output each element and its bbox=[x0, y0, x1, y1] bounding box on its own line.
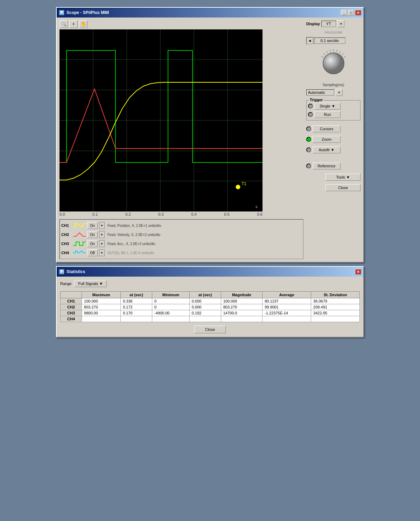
zoom-tool-btn[interactable]: 🔍 bbox=[59, 20, 68, 28]
run-btn[interactable]: Run bbox=[314, 111, 341, 118]
scope-window-content: 🔍 + ✋ bbox=[57, 18, 363, 262]
reference-btn[interactable]: Reference bbox=[313, 162, 341, 169]
channel-row-ch1: CH1 On ▼ Feed. Position, X, 2.0E+1 units… bbox=[61, 221, 302, 230]
svg-line-16 bbox=[330, 50, 330, 52]
stats-close-btn[interactable]: ✕ bbox=[355, 269, 361, 275]
stats-close-panel-btn[interactable]: Close bbox=[194, 326, 226, 333]
cursors-btn[interactable]: Cursors bbox=[313, 125, 341, 132]
ch1-std: 36.0679 bbox=[311, 298, 360, 304]
stats-title-buttons: ✕ bbox=[355, 269, 361, 275]
stats-table: Maximum at (sec) Minimum at (sec) Magnit… bbox=[60, 291, 360, 322]
ch2-description: Feed. Velocity, X, 2.0E+2 units/div bbox=[106, 233, 302, 237]
range-btn[interactable]: Full Signals ▼ bbox=[74, 280, 107, 287]
ch1-arrow-btn[interactable]: ▼ bbox=[99, 222, 105, 229]
svg-line-18 bbox=[336, 50, 337, 52]
ch2-arrow-btn[interactable]: ▼ bbox=[99, 231, 105, 238]
time-left-btn[interactable]: ◄ bbox=[306, 37, 313, 44]
stats-close-row: Close bbox=[60, 326, 360, 333]
ch1-onoff-btn[interactable]: On bbox=[87, 222, 98, 229]
ch3-label: CH3 bbox=[61, 242, 72, 246]
col-header-mag: Magnitude bbox=[221, 292, 262, 298]
scope-main-panel: 🔍 + ✋ bbox=[59, 20, 303, 259]
ch3-description: Feed. Acc., X, 2.0E+3 units/div bbox=[106, 242, 302, 246]
single-btn[interactable]: Single ▼ bbox=[314, 103, 341, 110]
scope-maximize-btn[interactable]: □ bbox=[348, 10, 354, 15]
display-label: Display bbox=[306, 22, 320, 26]
trigger-single-row: Single ▼ bbox=[308, 102, 359, 110]
ch3-min: -4900.00 bbox=[152, 310, 190, 316]
ch2-at-max: 0.172 bbox=[121, 304, 152, 310]
tools-row: Tools ▼ bbox=[306, 174, 360, 181]
autofit-indicator bbox=[306, 147, 311, 152]
stats-title-left: 📊 Statistics bbox=[59, 269, 85, 275]
table-row: CH1 100.000 0.336 0 0.000 100.000 80.123… bbox=[61, 298, 360, 304]
zoom-indicator bbox=[306, 137, 311, 142]
scope-minimize-btn[interactable]: _ bbox=[341, 10, 347, 15]
tools-btn[interactable]: Tools ▼ bbox=[326, 174, 360, 181]
cursors-row: Cursors bbox=[306, 125, 360, 133]
ch3-onoff-btn[interactable]: On bbox=[87, 240, 98, 247]
trigger-run-row: Run bbox=[308, 110, 359, 119]
ch2-onoff-btn[interactable]: On bbox=[87, 231, 98, 238]
ch2-min: 0 bbox=[152, 304, 190, 310]
run-indicator bbox=[308, 112, 313, 117]
ch4-max bbox=[82, 316, 121, 322]
scope-close-panel-btn[interactable]: Close bbox=[326, 184, 360, 191]
ch4-row-header: CH4 bbox=[61, 316, 82, 322]
display-mode-value: YT bbox=[321, 21, 336, 27]
x-label-1: 0.1 bbox=[92, 212, 98, 216]
stats-title-icon: 📊 bbox=[59, 269, 64, 275]
ch4-avg bbox=[262, 316, 311, 322]
x-label-6: 0.6 bbox=[257, 212, 262, 216]
ch4-arrow-btn[interactable]: ▼ bbox=[99, 249, 105, 256]
ch4-mag bbox=[221, 316, 262, 322]
x-label-0: 0.0 bbox=[59, 212, 65, 216]
ch4-label: CH4 bbox=[61, 251, 72, 255]
col-header-avg: Average bbox=[262, 292, 311, 298]
sampling-dropdown-btn[interactable]: ▼ bbox=[336, 89, 343, 96]
display-mode-row: Display YT ▼ bbox=[306, 20, 360, 27]
ch4-description: OUT(0), Bit 1, 1.0E-6 units/div bbox=[106, 251, 302, 255]
plus-tool-btn[interactable]: + bbox=[69, 20, 78, 28]
close-btn-row: Close bbox=[306, 184, 360, 191]
ch3-arrow-btn[interactable]: ▼ bbox=[99, 240, 105, 247]
ch2-max: 803.270 bbox=[82, 304, 121, 310]
reference-indicator bbox=[306, 164, 311, 168]
channel-row-ch3: CH3 On ▼ Feed. Acc., X, 2.0E+3 units/div bbox=[61, 239, 302, 248]
ch4-onoff-btn[interactable]: Off bbox=[87, 249, 98, 256]
range-label: Range bbox=[60, 282, 71, 286]
reference-row: Reference bbox=[306, 162, 360, 170]
scope-close-btn[interactable]: ✕ bbox=[355, 10, 361, 15]
scope-canvas-container: T1 s 0.0 0.1 0.2 0.3 0.4 0.5 0.6 bbox=[59, 29, 303, 217]
sampling-row: Automatic ▼ bbox=[306, 89, 360, 96]
ch2-avg: 99.9001 bbox=[262, 304, 311, 310]
ch1-row-header: CH1 bbox=[61, 298, 82, 304]
svg-point-22 bbox=[323, 53, 344, 74]
svg-line-20 bbox=[342, 54, 343, 55]
col-header-at-min: at (sec) bbox=[189, 292, 221, 298]
trigger-groupbox: Trigger Single ▼ Run bbox=[306, 100, 360, 120]
autofit-row: Autofit ▼ bbox=[306, 146, 360, 154]
x-label-2: 0.2 bbox=[125, 212, 131, 216]
scope-canvas[interactable]: T1 s bbox=[59, 29, 262, 211]
channel-controls: CH1 On ▼ Feed. Position, X, 2.0E+1 units… bbox=[59, 219, 303, 259]
ch3-avg: -1.22375E-14 bbox=[262, 310, 311, 316]
stats-title-bar: 📊 Statistics ✕ bbox=[57, 267, 363, 277]
svg-line-15 bbox=[327, 51, 328, 53]
ch1-label: CH1 bbox=[61, 223, 72, 228]
x-axis-labels: 0.0 0.1 0.2 0.3 0.4 0.5 0.6 bbox=[59, 211, 262, 217]
ch3-row-header: CH3 bbox=[61, 310, 82, 316]
autofit-btn[interactable]: Autofit ▼ bbox=[313, 146, 341, 153]
scope-title-buttons: _ □ ✕ bbox=[341, 10, 361, 15]
ch3-waveform-icon bbox=[73, 240, 86, 247]
time-per-div-row: ◄ 0.1 sec/div bbox=[306, 37, 360, 44]
x-label-4: 0.4 bbox=[191, 212, 196, 216]
ch1-at-min: 0.000 bbox=[189, 298, 221, 304]
ch1-description: Feed. Position, X, 2.0E+1 units/div bbox=[106, 224, 302, 228]
display-mode-dropdown[interactable]: ▼ bbox=[337, 20, 344, 27]
hand-tool-btn[interactable]: ✋ bbox=[79, 20, 88, 28]
ch1-min: 0 bbox=[152, 298, 190, 304]
zoom-btn[interactable]: Zoom bbox=[313, 136, 341, 143]
table-row: CH2 803.270 0.172 0 0.000 803.270 99.900… bbox=[61, 304, 360, 310]
scope-title-left: 📊 Scope - SPiiPlus MMI bbox=[59, 10, 109, 15]
